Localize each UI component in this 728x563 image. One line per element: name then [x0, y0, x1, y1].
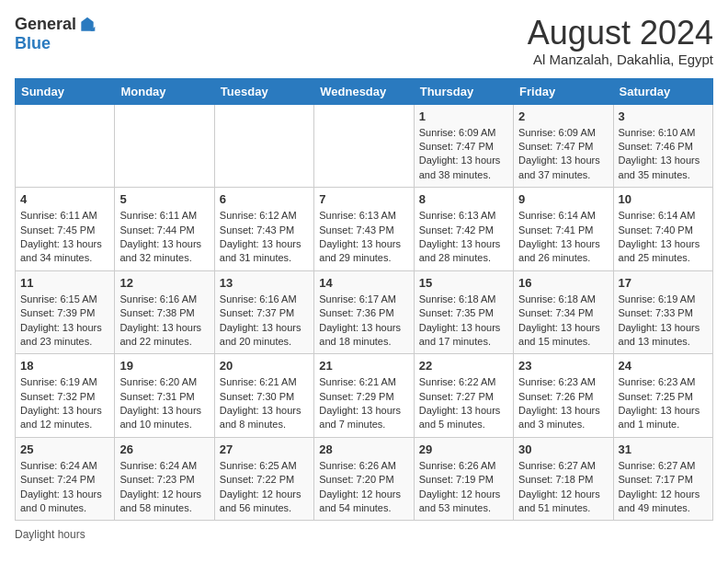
- day-info: Sunrise: 6:21 AM Sunset: 7:29 PM Dayligh…: [319, 375, 408, 432]
- day-number: 18: [20, 359, 109, 373]
- calendar-cell: 13Sunrise: 6:16 AM Sunset: 7:37 PM Dayli…: [214, 270, 313, 354]
- calendar-cell: [16, 104, 115, 188]
- calendar-cell: 11Sunrise: 6:15 AM Sunset: 7:39 PM Dayli…: [16, 270, 115, 354]
- day-info: Sunrise: 6:18 AM Sunset: 7:34 PM Dayligh…: [518, 293, 608, 350]
- calendar-cell: 2Sunrise: 6:09 AM Sunset: 7:47 PM Daylig…: [514, 104, 613, 188]
- calendar-header-tuesday: Tuesday: [214, 78, 313, 104]
- calendar-week-1: 1Sunrise: 6:09 AM Sunset: 7:47 PM Daylig…: [16, 104, 713, 188]
- day-info: Sunrise: 6:13 AM Sunset: 7:42 PM Dayligh…: [419, 209, 508, 266]
- day-number: 3: [619, 109, 708, 123]
- day-number: 21: [319, 359, 408, 373]
- day-info: Sunrise: 6:13 AM Sunset: 7:43 PM Dayligh…: [319, 209, 408, 266]
- day-info: Sunrise: 6:21 AM Sunset: 7:30 PM Dayligh…: [220, 375, 309, 432]
- day-number: 13: [220, 276, 309, 290]
- day-info: Sunrise: 6:26 AM Sunset: 7:20 PM Dayligh…: [319, 459, 408, 516]
- calendar-cell: 5Sunrise: 6:11 AM Sunset: 7:44 PM Daylig…: [115, 188, 214, 271]
- day-number: 17: [619, 276, 708, 290]
- day-info: Sunrise: 6:15 AM Sunset: 7:39 PM Dayligh…: [20, 293, 109, 350]
- day-number: 31: [619, 442, 708, 456]
- calendar-cell: 21Sunrise: 6:21 AM Sunset: 7:29 PM Dayli…: [314, 354, 414, 438]
- calendar-cell: 28Sunrise: 6:26 AM Sunset: 7:20 PM Dayli…: [314, 437, 414, 521]
- day-number: 29: [419, 442, 508, 456]
- calendar-header-wednesday: Wednesday: [314, 78, 414, 104]
- day-info: Sunrise: 6:27 AM Sunset: 7:17 PM Dayligh…: [619, 459, 708, 516]
- day-info: Sunrise: 6:14 AM Sunset: 7:41 PM Dayligh…: [518, 209, 608, 266]
- day-info: Sunrise: 6:26 AM Sunset: 7:19 PM Dayligh…: [419, 459, 508, 516]
- day-info: Sunrise: 6:18 AM Sunset: 7:35 PM Dayligh…: [419, 293, 508, 350]
- calendar-header-thursday: Thursday: [414, 78, 513, 104]
- page-title: August 2024: [528, 15, 713, 52]
- calendar-cell: 15Sunrise: 6:18 AM Sunset: 7:35 PM Dayli…: [414, 270, 513, 354]
- day-number: 19: [119, 359, 209, 373]
- calendar-cell: 8Sunrise: 6:13 AM Sunset: 7:42 PM Daylig…: [414, 188, 513, 271]
- logo-icon: [78, 16, 97, 34]
- day-number: 5: [119, 192, 209, 206]
- day-number: 7: [319, 192, 408, 206]
- calendar-header-monday: Monday: [115, 78, 214, 104]
- day-info: Sunrise: 6:10 AM Sunset: 7:46 PM Dayligh…: [619, 126, 708, 183]
- calendar-cell: 17Sunrise: 6:19 AM Sunset: 7:33 PM Dayli…: [613, 270, 712, 354]
- day-info: Sunrise: 6:24 AM Sunset: 7:23 PM Dayligh…: [119, 459, 209, 516]
- calendar-table: SundayMondayTuesdayWednesdayThursdayFrid…: [15, 78, 713, 522]
- calendar-cell: [314, 104, 414, 188]
- calendar-week-3: 11Sunrise: 6:15 AM Sunset: 7:39 PM Dayli…: [16, 270, 713, 354]
- calendar-cell: 16Sunrise: 6:18 AM Sunset: 7:34 PM Dayli…: [514, 270, 613, 354]
- day-number: 9: [518, 192, 608, 206]
- calendar-cell: 1Sunrise: 6:09 AM Sunset: 7:47 PM Daylig…: [414, 104, 513, 188]
- day-number: 27: [220, 442, 309, 456]
- logo-blue: Blue: [15, 34, 51, 52]
- calendar-cell: 4Sunrise: 6:11 AM Sunset: 7:45 PM Daylig…: [16, 188, 115, 271]
- calendar-cell: 20Sunrise: 6:21 AM Sunset: 7:30 PM Dayli…: [214, 354, 313, 438]
- calendar-header-sunday: Sunday: [16, 78, 115, 104]
- day-info: Sunrise: 6:20 AM Sunset: 7:31 PM Dayligh…: [119, 375, 209, 432]
- calendar-header-row: SundayMondayTuesdayWednesdayThursdayFrid…: [16, 78, 713, 104]
- day-info: Sunrise: 6:12 AM Sunset: 7:43 PM Dayligh…: [220, 209, 309, 266]
- calendar-cell: 6Sunrise: 6:12 AM Sunset: 7:43 PM Daylig…: [214, 188, 313, 271]
- day-number: 25: [20, 442, 109, 456]
- day-info: Sunrise: 6:19 AM Sunset: 7:33 PM Dayligh…: [619, 293, 708, 350]
- calendar-cell: 3Sunrise: 6:10 AM Sunset: 7:46 PM Daylig…: [613, 104, 712, 188]
- day-number: 24: [619, 359, 708, 373]
- day-number: 6: [220, 192, 309, 206]
- day-info: Sunrise: 6:27 AM Sunset: 7:18 PM Dayligh…: [518, 459, 608, 516]
- calendar-cell: 10Sunrise: 6:14 AM Sunset: 7:40 PM Dayli…: [613, 188, 712, 271]
- day-info: Sunrise: 6:09 AM Sunset: 7:47 PM Dayligh…: [419, 126, 508, 183]
- svg-marker-0: [81, 17, 93, 30]
- calendar-header-friday: Friday: [514, 78, 613, 104]
- calendar-cell: 7Sunrise: 6:13 AM Sunset: 7:43 PM Daylig…: [314, 188, 414, 271]
- calendar-cell: 12Sunrise: 6:16 AM Sunset: 7:38 PM Dayli…: [115, 270, 214, 354]
- day-number: 1: [419, 109, 508, 123]
- calendar-cell: 22Sunrise: 6:22 AM Sunset: 7:27 PM Dayli…: [414, 354, 513, 438]
- day-number: 16: [518, 276, 608, 290]
- day-number: 11: [20, 276, 109, 290]
- calendar-cell: 24Sunrise: 6:23 AM Sunset: 7:25 PM Dayli…: [613, 354, 712, 438]
- day-info: Sunrise: 6:14 AM Sunset: 7:40 PM Dayligh…: [619, 209, 708, 266]
- footer-daylight: Daylight hours: [15, 528, 713, 541]
- day-number: 2: [518, 109, 608, 123]
- day-info: Sunrise: 6:11 AM Sunset: 7:45 PM Dayligh…: [20, 209, 109, 266]
- day-info: Sunrise: 6:24 AM Sunset: 7:24 PM Dayligh…: [20, 459, 109, 516]
- calendar-cell: 19Sunrise: 6:20 AM Sunset: 7:31 PM Dayli…: [115, 354, 214, 438]
- day-info: Sunrise: 6:19 AM Sunset: 7:32 PM Dayligh…: [20, 375, 109, 432]
- day-number: 30: [518, 442, 608, 456]
- day-info: Sunrise: 6:16 AM Sunset: 7:37 PM Dayligh…: [220, 293, 309, 350]
- calendar-cell: 18Sunrise: 6:19 AM Sunset: 7:32 PM Dayli…: [16, 354, 115, 438]
- calendar-week-5: 25Sunrise: 6:24 AM Sunset: 7:24 PM Dayli…: [16, 437, 713, 521]
- calendar-cell: 29Sunrise: 6:26 AM Sunset: 7:19 PM Dayli…: [414, 437, 513, 521]
- logo: General Blue: [15, 15, 97, 53]
- page-header: General Blue August 2024 Al Manzalah, Da…: [15, 15, 713, 67]
- day-number: 26: [119, 442, 209, 456]
- calendar-cell: 9Sunrise: 6:14 AM Sunset: 7:41 PM Daylig…: [514, 188, 613, 271]
- day-info: Sunrise: 6:09 AM Sunset: 7:47 PM Dayligh…: [518, 126, 608, 183]
- page-subtitle: Al Manzalah, Dakahlia, Egypt: [528, 52, 713, 67]
- calendar-cell: 26Sunrise: 6:24 AM Sunset: 7:23 PM Dayli…: [115, 437, 214, 521]
- calendar-cell: 27Sunrise: 6:25 AM Sunset: 7:22 PM Dayli…: [214, 437, 313, 521]
- calendar-cell: 25Sunrise: 6:24 AM Sunset: 7:24 PM Dayli…: [16, 437, 115, 521]
- day-info: Sunrise: 6:23 AM Sunset: 7:26 PM Dayligh…: [518, 375, 608, 432]
- day-number: 4: [20, 192, 109, 206]
- calendar-cell: 31Sunrise: 6:27 AM Sunset: 7:17 PM Dayli…: [613, 437, 712, 521]
- day-number: 8: [419, 192, 508, 206]
- day-number: 28: [319, 442, 408, 456]
- day-number: 22: [419, 359, 508, 373]
- day-number: 12: [119, 276, 209, 290]
